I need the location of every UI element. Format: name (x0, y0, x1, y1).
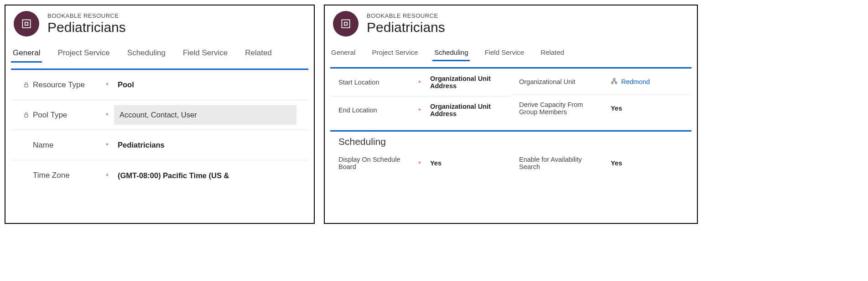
form-section-scheduling: Scheduling Display On Schedule Board * Y… (330, 130, 691, 176)
tab-bar: General Project Service Scheduling Field… (5, 40, 314, 62)
field-label: Enable for Availability Search (519, 156, 599, 170)
svg-rect-2 (25, 85, 28, 87)
field-label: Display On Schedule Board (338, 156, 418, 170)
svg-rect-4 (342, 20, 349, 27)
required-marker: * (418, 106, 426, 114)
field-value[interactable]: (GMT-08:00) Pacific Time (US & (114, 169, 296, 183)
required-marker: * (418, 159, 426, 167)
record-panel-scheduling: BOOKABLE RESOURCE Pediatricians General … (324, 5, 698, 224)
field-label: End Location (338, 106, 418, 114)
tab-bar: General Project Service Scheduling Field… (325, 40, 697, 61)
tab-general[interactable]: General (329, 46, 357, 61)
tab-field-service[interactable]: Field Service (181, 46, 229, 62)
section-title: Scheduling (338, 136, 683, 147)
field-value[interactable]: Yes (607, 102, 683, 115)
svg-rect-3 (25, 115, 28, 117)
field-enable-availability-search[interactable]: Enable for Availability Search Yes (511, 150, 691, 176)
required-marker: * (106, 81, 114, 89)
field-time-zone[interactable]: Time Zone * (GMT-08:00) Pacific Time (US… (11, 160, 308, 191)
tab-related[interactable]: Related (539, 46, 566, 61)
required-marker: * (106, 141, 114, 149)
required-marker: * (418, 79, 426, 86)
record-header: BOOKABLE RESOURCE Pediatricians (325, 5, 697, 40)
entity-label: BOOKABLE RESOURCE (367, 12, 445, 19)
field-label: Resource Type (33, 80, 106, 90)
svg-rect-8 (615, 82, 617, 84)
header-text: BOOKABLE RESOURCE Pediatricians (367, 12, 445, 36)
lookup-text: Redmond (621, 78, 650, 85)
field-value[interactable]: Account, Contact, User (114, 105, 296, 125)
field-label: Start Location (338, 79, 418, 86)
record-title: Pediatricians (367, 19, 445, 36)
field-label: Organizational Unit (519, 78, 599, 85)
field-value: Pool (114, 78, 296, 92)
record-panel-general: BOOKABLE RESOURCE Pediatricians General … (5, 5, 315, 224)
field-display-on-schedule-board[interactable]: Display On Schedule Board * Yes (330, 150, 511, 176)
field-pool-type[interactable]: Pool Type * Account, Contact, User (11, 100, 308, 130)
field-label: Name (33, 141, 106, 150)
field-name[interactable]: Name * Pediatricians (11, 130, 308, 160)
header-text: BOOKABLE RESOURCE Pediatricians (47, 12, 126, 36)
tab-scheduling[interactable]: Scheduling (432, 46, 470, 61)
svg-rect-1 (25, 22, 28, 26)
form-section-general: Resource Type * Pool Pool Type * Account… (11, 69, 308, 191)
svg-rect-6 (613, 78, 615, 80)
tab-field-service[interactable]: Field Service (483, 46, 526, 61)
field-end-location[interactable]: End Location * Organizational Unit Addre… (330, 96, 511, 124)
field-value[interactable]: Organizational Unit Address (426, 72, 503, 92)
required-marker: * (106, 172, 114, 180)
field-value[interactable]: Organizational Unit Address (426, 100, 503, 120)
tab-scheduling[interactable]: Scheduling (125, 46, 167, 62)
entity-icon (333, 11, 359, 37)
svg-rect-5 (344, 22, 348, 26)
field-derive-capacity[interactable]: Derive Capacity From Group Members Yes (511, 95, 691, 122)
record-title: Pediatricians (47, 19, 126, 36)
field-organizational-unit[interactable]: Organizational Unit Redmond (511, 69, 691, 95)
record-header: BOOKABLE RESOURCE Pediatricians (5, 5, 314, 40)
tab-general[interactable]: General (11, 46, 42, 62)
tab-project-service[interactable]: Project Service (56, 46, 111, 62)
tab-project-service[interactable]: Project Service (370, 46, 420, 61)
field-start-location[interactable]: Start Location * Organizational Unit Add… (330, 69, 511, 96)
field-value[interactable]: Yes (426, 157, 503, 170)
form-section-location: Start Location * Organizational Unit Add… (330, 67, 691, 124)
field-value[interactable]: Yes (607, 157, 683, 170)
field-label: Time Zone (33, 171, 106, 180)
org-unit-icon (611, 78, 618, 86)
field-resource-type[interactable]: Resource Type * Pool (11, 70, 308, 100)
lookup-value[interactable]: Redmond (607, 75, 683, 89)
tab-related[interactable]: Related (243, 46, 274, 62)
entity-icon (14, 11, 39, 37)
lock-icon (23, 111, 33, 118)
entity-label: BOOKABLE RESOURCE (47, 12, 126, 19)
svg-rect-7 (612, 82, 613, 84)
field-label: Pool Type (33, 111, 106, 120)
lock-icon (23, 81, 33, 88)
required-marker: * (106, 111, 114, 119)
field-value[interactable]: Pediatricians (114, 138, 296, 152)
svg-rect-0 (22, 20, 30, 27)
field-label: Derive Capacity From Group Members (519, 101, 599, 116)
